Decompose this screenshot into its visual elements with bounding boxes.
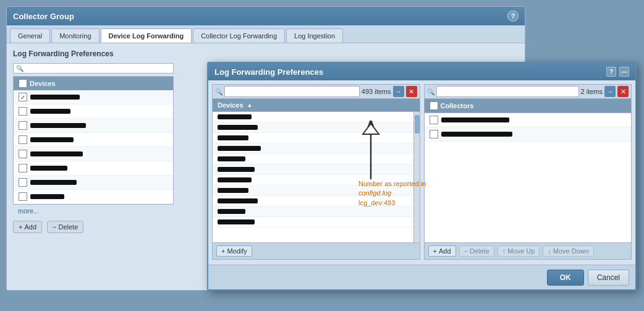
- modify-button[interactable]: + Modify: [216, 245, 252, 257]
- devices-scroll-thumb[interactable]: [415, 115, 420, 134]
- list-item[interactable]: [425, 127, 632, 142]
- bg-add-button[interactable]: + Add: [13, 221, 42, 233]
- collectors-list[interactable]: [425, 113, 632, 242]
- bg-row-checkbox[interactable]: [19, 178, 27, 187]
- collectors-move-down-button[interactable]: ↓ Move Down: [543, 245, 594, 257]
- device-name: [218, 135, 248, 140]
- bg-list-item[interactable]: [14, 104, 173, 119]
- collectors-list-header: Collectors: [425, 99, 632, 113]
- bg-delete-icon: −: [53, 223, 56, 231]
- bg-row-checkbox[interactable]: [19, 93, 27, 101]
- list-item[interactable]: [213, 217, 413, 228]
- device-name: [218, 219, 255, 224]
- devices-list-header: Devices ▲: [213, 99, 420, 112]
- collector-checkbox[interactable]: [430, 130, 438, 138]
- devices-scrollbar[interactable]: [413, 112, 420, 242]
- bg-row-checkbox[interactable]: [19, 107, 27, 116]
- devices-clear-icon-btn[interactable]: ✕: [406, 86, 417, 97]
- modal-titlebar-icons: ? —: [606, 67, 629, 77]
- move-up-icon: ↑: [502, 247, 506, 255]
- list-item[interactable]: [213, 164, 413, 175]
- bg-list-item[interactable]: [14, 161, 173, 176]
- list-item[interactable]: [213, 133, 413, 143]
- list-item[interactable]: [213, 112, 413, 122]
- device-name: [218, 188, 248, 193]
- modify-icon: +: [221, 247, 225, 255]
- bg-device-name: [30, 166, 67, 171]
- bg-row-checkbox[interactable]: [19, 150, 27, 158]
- list-item[interactable]: [213, 154, 413, 164]
- cancel-button[interactable]: Cancel: [588, 270, 629, 286]
- bg-panel-tabs: General Monitoring Device Log Forwarding…: [7, 25, 525, 43]
- list-item[interactable]: [213, 175, 413, 185]
- collectors-add-icon-btn[interactable]: →: [604, 86, 616, 97]
- bg-list-item[interactable]: [14, 147, 173, 161]
- collector-name: [441, 132, 512, 137]
- list-item[interactable]: [213, 143, 413, 154]
- collectors-add-icon: +: [433, 247, 437, 255]
- device-name: [218, 209, 245, 214]
- bg-header-checkbox[interactable]: [19, 79, 27, 88]
- tab-log-ingestion[interactable]: Log Ingestion: [286, 28, 343, 43]
- bg-add-icon: +: [19, 223, 22, 231]
- modal-title: Log Forwarding Preferences: [214, 67, 323, 77]
- devices-search-bar: 🔍 493 items → ✕: [213, 85, 420, 99]
- bg-list-item[interactable]: [14, 176, 173, 190]
- bg-device-name: [30, 123, 86, 128]
- move-down-icon: ↓: [548, 247, 551, 255]
- collector-name: [441, 117, 509, 122]
- device-name: [218, 125, 258, 130]
- device-name: [218, 156, 245, 161]
- collector-checkbox[interactable]: [430, 116, 438, 124]
- bg-device-name: [30, 180, 77, 185]
- modal-minimize-icon[interactable]: —: [619, 67, 629, 77]
- collectors-move-up-button[interactable]: ↑ Move Up: [498, 245, 540, 257]
- tab-collector-log-forwarding[interactable]: Collector Log Forwarding: [193, 28, 285, 43]
- bg-list-item[interactable]: [14, 119, 173, 133]
- bg-row-checkbox[interactable]: [19, 135, 27, 144]
- modal-titlebar: Log Forwarding Preferences ? —: [208, 63, 635, 80]
- tab-monitoring[interactable]: Monitoring: [51, 28, 99, 43]
- bg-list-item[interactable]: [14, 90, 173, 104]
- bg-panel-title: Collector Group: [13, 12, 74, 21]
- modal-footer: OK Cancel: [208, 265, 635, 289]
- collectors-delete-button[interactable]: − Delete: [459, 245, 494, 257]
- bg-row-checkbox[interactable]: [19, 164, 27, 173]
- modal-help-icon[interactable]: ?: [606, 67, 616, 77]
- devices-sort-arrow: ▲: [247, 102, 253, 108]
- collectors-add-button[interactable]: + Add: [428, 245, 456, 257]
- collectors-delete-icon: −: [464, 247, 468, 255]
- bg-list-item[interactable]: [14, 133, 173, 147]
- device-name: [218, 198, 258, 203]
- bg-device-name: [30, 151, 83, 156]
- collectors-pane-toolbar: + Add − Delete ↑ Move Up ↓ Move Down: [425, 242, 632, 259]
- list-item[interactable]: [213, 122, 413, 133]
- bg-list-item[interactable]: [14, 190, 173, 204]
- collectors-header-checkbox[interactable]: [430, 101, 438, 110]
- devices-search-input[interactable]: [224, 86, 360, 97]
- bg-panel-help-icon[interactable]: ?: [507, 11, 519, 22]
- bg-delete-button[interactable]: − Delete: [47, 221, 83, 233]
- tab-general[interactable]: General: [10, 28, 50, 43]
- list-item[interactable]: [213, 196, 413, 207]
- bg-panel-titlebar: Collector Group ?: [7, 7, 525, 25]
- bg-device-name: [30, 95, 80, 100]
- bg-row-checkbox[interactable]: [19, 192, 27, 201]
- device-name: [218, 114, 252, 119]
- bg-device-name: [30, 109, 70, 114]
- devices-pane-toolbar: + Modify: [213, 242, 420, 259]
- bg-device-list: Devices: [13, 76, 174, 205]
- collectors-item-count: 2 items: [581, 88, 603, 95]
- devices-list[interactable]: [213, 112, 420, 242]
- collectors-search-input[interactable]: [436, 86, 579, 97]
- devices-add-icon-btn[interactable]: →: [393, 86, 404, 97]
- bg-row-checkbox[interactable]: [19, 121, 27, 130]
- collectors-clear-icon-btn[interactable]: ✕: [617, 86, 629, 97]
- list-item[interactable]: [213, 207, 413, 217]
- collectors-search-icon: 🔍: [427, 88, 434, 95]
- list-item[interactable]: [213, 185, 413, 196]
- tab-device-log-forwarding[interactable]: Device Log Forwarding: [101, 28, 192, 43]
- bg-section-header: Log Forwarding Preferences: [13, 49, 519, 58]
- list-item[interactable]: [425, 113, 632, 127]
- ok-button[interactable]: OK: [547, 270, 584, 286]
